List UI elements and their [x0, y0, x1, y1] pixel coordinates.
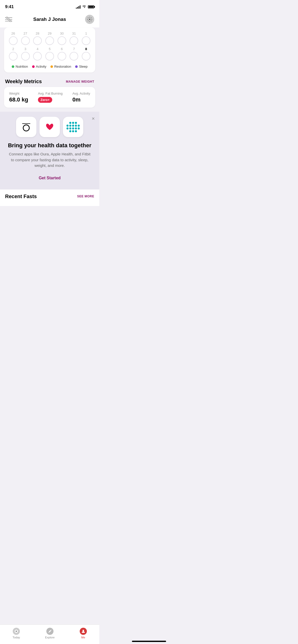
svg-point-5 [10, 20, 11, 22]
metrics-card: Weight 68.0 kg Avg. Fat Burning Zero+ Av… [4, 87, 95, 108]
weekly-metrics-title: Weekly Metrics [5, 79, 42, 84]
close-banner-button[interactable]: × [92, 116, 95, 122]
calendar-legend: Nutrition Activity Restoration Sleep [8, 65, 91, 68]
legend-nutrition: Nutrition [12, 65, 28, 68]
legend-sleep: Sleep [75, 65, 87, 68]
fitbit-app-icon [63, 117, 83, 137]
recent-fasts-title: Recent Fasts [5, 194, 37, 199]
recent-fasts-section: Recent Fasts SEE MORE [0, 189, 99, 206]
banner-title: Bring your health data together [5, 142, 94, 149]
svg-point-1 [6, 17, 8, 18]
zero-app-icon [16, 117, 36, 137]
svg-rect-7 [22, 123, 30, 124]
restoration-dot [50, 65, 53, 68]
zero-badge: Zero+ [38, 97, 52, 103]
filter-button[interactable] [5, 15, 14, 24]
recent-fasts-header: Recent Fasts SEE MORE [5, 194, 94, 202]
nutrition-dot [12, 65, 14, 68]
status-time: 9:41 [5, 4, 14, 9]
cal-day-1[interactable]: 1 [81, 32, 91, 45]
fat-burning-metric: Avg. Fat Burning Zero+ [38, 92, 63, 103]
sleep-dot [75, 65, 78, 68]
svg-point-6 [89, 19, 90, 20]
activity-dot [32, 65, 35, 68]
cal-day-4[interactable]: 4 [32, 47, 43, 61]
page-title: Sarah J Jonas [33, 17, 66, 22]
header: Sarah J Jonas [0, 12, 99, 27]
wifi-icon [82, 5, 86, 9]
cal-day-31[interactable]: 31 [69, 32, 79, 45]
app-icons-row [5, 117, 94, 137]
apple-health-icon [39, 117, 60, 137]
cal-day-7[interactable]: 7 [69, 47, 79, 61]
status-icons [76, 5, 94, 9]
cal-day-6[interactable]: 6 [57, 47, 67, 61]
signal-icon [76, 5, 80, 9]
get-started-button[interactable]: Get Started [5, 174, 94, 182]
settings-button[interactable] [85, 15, 94, 24]
cal-day-3[interactable]: 3 [20, 47, 31, 61]
calendar-grid: 26 27 28 29 30 31 [8, 32, 91, 61]
main-content: 26 27 28 29 30 31 [0, 27, 99, 226]
cal-day-30[interactable]: 30 [57, 32, 67, 45]
see-more-button[interactable]: SEE MORE [77, 195, 94, 198]
status-bar: 9:41 [0, 0, 99, 12]
cal-day-26[interactable]: 26 [8, 32, 18, 45]
weight-metric: Weight 68.0 kg [9, 92, 28, 103]
svg-point-3 [8, 19, 9, 20]
integration-banner: × [0, 112, 99, 189]
cal-day-8[interactable]: 8 [81, 47, 91, 61]
battery-icon [88, 5, 94, 8]
legend-restoration: Restoration [50, 65, 71, 68]
cal-day-27[interactable]: 27 [20, 32, 31, 45]
cal-day-2[interactable]: 2 [8, 47, 18, 61]
legend-activity: Activity [32, 65, 46, 68]
fitbit-dots [66, 122, 80, 132]
calendar-card: 26 27 28 29 30 31 [4, 27, 95, 72]
svg-point-8 [23, 125, 29, 131]
cal-day-29[interactable]: 29 [45, 32, 55, 45]
cal-day-5[interactable]: 5 [45, 47, 55, 61]
manage-weight-button[interactable]: MANAGE WEIGHT [66, 80, 94, 83]
activity-metric: Avg. Activity 0m [72, 92, 90, 103]
cal-day-28[interactable]: 28 [32, 32, 43, 45]
banner-description: Connect apps like Oura, Apple Health, an… [5, 151, 94, 169]
weekly-metrics-header: Weekly Metrics MANAGE WEIGHT [0, 77, 99, 87]
